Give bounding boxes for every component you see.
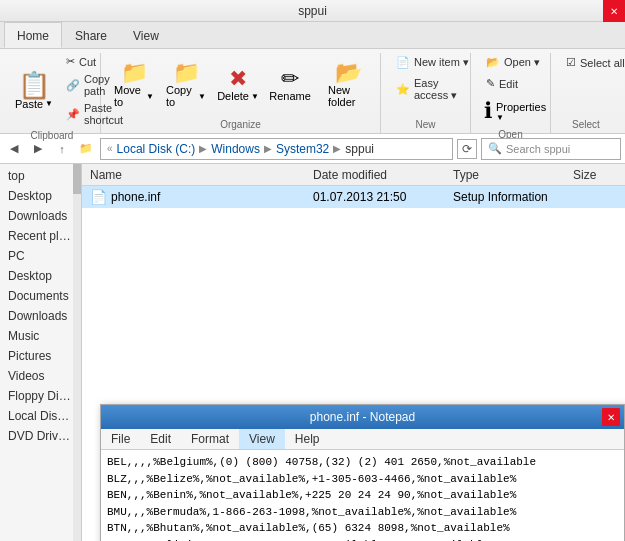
rename-button[interactable]: ✏ Rename	[265, 65, 315, 105]
sidebar-item-music[interactable]: Music	[0, 326, 81, 346]
select-all-button[interactable]: ☑ Select all	[559, 53, 625, 72]
move-to-button[interactable]: 📁 Move to ▼	[109, 59, 159, 111]
notepad-menu-edit[interactable]: Edit	[140, 429, 181, 449]
sidebar: top Desktop Downloads Recent places PC D…	[0, 164, 82, 541]
tab-share[interactable]: Share	[62, 24, 120, 48]
search-icon: 🔍	[488, 142, 502, 155]
sidebar-item-pictures[interactable]: Pictures	[0, 346, 81, 366]
select-buttons: ☑ Select all	[559, 53, 613, 117]
address-path[interactable]: « Local Disk (C:) ▶ Windows ▶ System32 ▶…	[100, 138, 453, 160]
notepad-line-2: BEN,,,%Benin%,%not_available%,+225 20 24…	[107, 487, 618, 504]
paste-icon: 📋	[18, 72, 50, 98]
file-date-cell: 01.07.2013 21:50	[305, 190, 445, 204]
close-button[interactable]: ✕	[603, 0, 625, 22]
sidebar-item-dvd[interactable]: DVD Drive (D:)	[0, 426, 81, 446]
header-type[interactable]: Type	[445, 168, 565, 182]
ribbon-content: 📋 Paste ▼ ✂ Cut 🔗	[0, 49, 625, 133]
notepad-line-3: BMU,,,%Bermuda%,1-866-263-1098,%not_avai…	[107, 504, 618, 521]
header-size[interactable]: Size	[565, 168, 625, 182]
paste-shortcut-icon: 📌	[66, 108, 80, 121]
notepad-line-4: BTN,,,%Bhutan%,%not_available%,(65) 6324…	[107, 520, 618, 537]
folder-icon: 📁	[76, 139, 96, 159]
header-date[interactable]: Date modified	[305, 168, 445, 182]
path-sppui[interactable]: sppui	[345, 142, 374, 156]
sidebar-item-local-disk[interactable]: Local Disk (C:)	[0, 406, 81, 426]
path-local-disk[interactable]: Local Disk (C:)	[117, 142, 196, 156]
title-bar: sppui ✕	[0, 0, 625, 22]
notepad-close-button[interactable]: ✕	[602, 408, 620, 426]
select-all-icon: ☑	[566, 56, 576, 69]
search-box[interactable]: 🔍 Search sppui	[481, 138, 621, 160]
sidebar-scrollbar-thumb[interactable]	[73, 164, 81, 194]
select-group: ☑ Select all Select	[551, 53, 621, 133]
copy-to-arrow: ▼	[198, 92, 206, 101]
delete-arrow: ▼	[251, 92, 259, 101]
new-item-icon: 📄	[396, 56, 410, 69]
notepad-menu-help[interactable]: Help	[285, 429, 330, 449]
file-icon: 📄	[90, 189, 107, 205]
back-button[interactable]: ◀	[4, 139, 24, 159]
header-name[interactable]: Name	[82, 168, 305, 182]
copy-to-button[interactable]: 📁 Copy to ▼	[161, 59, 211, 111]
path-sep-1: ▶	[199, 143, 207, 154]
main-area: top Desktop Downloads Recent places PC D…	[0, 164, 625, 541]
path-system32[interactable]: System32	[276, 142, 329, 156]
notepad-menu-view[interactable]: View	[239, 429, 285, 449]
path-windows[interactable]: Windows	[211, 142, 260, 156]
organize-group: 📁 Move to ▼ 📁 Copy to ▼ ✖	[101, 53, 381, 133]
select-label: Select	[559, 117, 613, 133]
paste-button[interactable]: 📋 Paste ▼	[12, 69, 56, 113]
rename-label: Rename	[269, 90, 311, 102]
notepad-title-text: phone.inf - Notepad	[310, 410, 415, 424]
delete-label: Delete ▼	[217, 90, 259, 102]
tab-home[interactable]: Home	[4, 22, 62, 48]
sidebar-item-downloads[interactable]: Downloads	[0, 206, 81, 226]
sidebar-item-documents[interactable]: Documents	[0, 286, 81, 306]
sidebar-item-videos[interactable]: Videos	[0, 366, 81, 386]
file-row-phoneinf[interactable]: 📄 phone.inf 01.07.2013 21:50 Setup Infor…	[82, 186, 625, 208]
path-sep-3: ▶	[333, 143, 341, 154]
clipboard-buttons: 📋 Paste ▼ ✂ Cut 🔗	[12, 53, 92, 128]
edit-icon: ✎	[486, 77, 495, 90]
refresh-button[interactable]: ⟳	[457, 139, 477, 159]
forward-button[interactable]: ▶	[28, 139, 48, 159]
open-icon: 📂	[486, 56, 500, 69]
new-folder-button[interactable]: 📂 New folder	[323, 59, 373, 111]
notepad-content[interactable]: BEL,,,,%Belgium%,(0) (800) 40758,(32) (2…	[101, 450, 624, 541]
open-buttons: 📂 Open ▾ ✎ Edit ℹ Properties ▼	[479, 53, 542, 127]
sidebar-item-floppy[interactable]: Floppy Disk Dri...	[0, 386, 81, 406]
sidebar-scrollbar[interactable]	[73, 164, 81, 541]
window-title: sppui	[298, 4, 327, 18]
notepad-line-5: BOL,,,%Bolivia%,800 100 359,%not_availab…	[107, 537, 618, 542]
copy-to-label: Copy to ▼	[166, 84, 206, 108]
new-item-button[interactable]: 📄 New item ▾	[389, 53, 479, 72]
copy-to-icon: 📁	[173, 62, 200, 84]
path-sep-0: «	[107, 143, 113, 154]
notepad-menu-file[interactable]: File	[101, 429, 140, 449]
delete-button[interactable]: ✖ Delete ▼	[213, 65, 263, 105]
ribbon: Home Share View 📋 Paste ▼	[0, 22, 625, 134]
move-to-icon: 📁	[121, 62, 148, 84]
properties-arrow: ▼	[496, 113, 504, 122]
file-list-header: Name Date modified Type Size	[82, 164, 625, 186]
sidebar-item-recent[interactable]: Recent places	[0, 226, 81, 246]
search-placeholder: Search sppui	[506, 143, 570, 155]
sidebar-item-pc[interactable]: PC	[0, 246, 81, 266]
new-folder-label: New folder	[328, 84, 368, 108]
notepad-window: phone.inf - Notepad ✕ File Edit Format V…	[100, 404, 625, 541]
sidebar-item-downloads2[interactable]: Downloads	[0, 306, 81, 326]
new-group: 📄 New item ▾ ⭐ Easy access ▾ New	[381, 53, 471, 133]
sidebar-item-desktop[interactable]: Desktop	[0, 186, 81, 206]
sidebar-item-desktop2[interactable]: Desktop	[0, 266, 81, 286]
new-buttons: 📄 New item ▾ ⭐ Easy access ▾	[389, 53, 462, 117]
open-group: 📂 Open ▾ ✎ Edit ℹ Properties ▼ Open	[471, 53, 551, 133]
up-button[interactable]: ↑	[52, 139, 72, 159]
tab-view[interactable]: View	[120, 24, 172, 48]
paste-arrow: ▼	[45, 99, 53, 108]
sidebar-item-top[interactable]: top	[0, 166, 81, 186]
file-name: phone.inf	[111, 190, 160, 204]
easy-access-button[interactable]: ⭐ Easy access ▾	[389, 74, 479, 105]
notepad-menu-format[interactable]: Format	[181, 429, 239, 449]
notepad-menu: File Edit Format View Help	[101, 429, 624, 450]
properties-button[interactable]: ℹ Properties ▼	[479, 95, 559, 127]
